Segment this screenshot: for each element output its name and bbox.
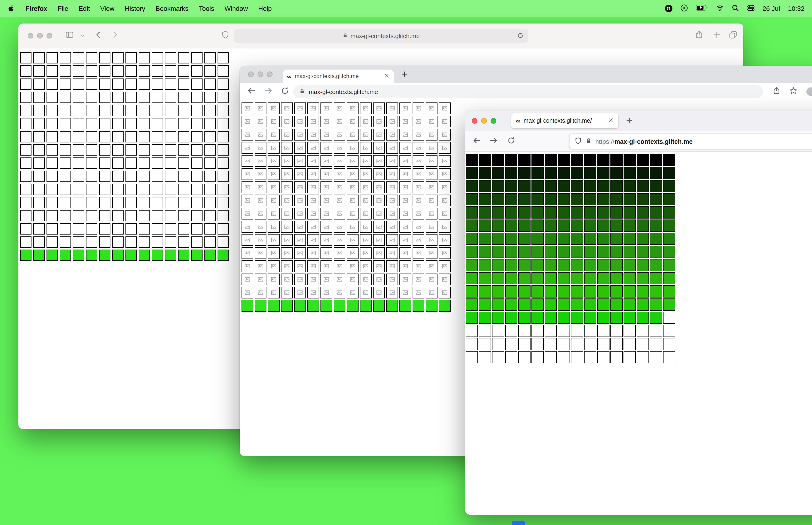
zoom-window-button[interactable] [47,33,52,39]
broken-image-icon [297,289,303,296]
forward-button[interactable] [490,136,497,146]
broken-image-icon [363,158,369,164]
webgl-canvas-cell [545,312,557,324]
webgl-canvas-cell [294,142,306,154]
close-tab-icon[interactable] [608,117,614,124]
broken-image-icon [323,250,330,256]
broken-image-icon [323,197,330,204]
menu-edit[interactable]: Edit [79,5,90,12]
webgl-canvas-cell [624,154,636,166]
menu-view[interactable]: View [100,5,114,12]
minimize-window-button[interactable] [481,118,487,124]
menubar-app-name[interactable]: Firefox [25,5,47,12]
chevron-down-icon[interactable] [80,31,85,40]
firefox-address-bar[interactable]: https://max-gl-contexts.glitch.me [569,134,812,149]
webgl-canvas-cell [321,195,332,206]
menu-tools[interactable]: Tools [199,5,214,12]
new-tab-icon[interactable] [626,117,633,126]
reload-icon[interactable] [517,32,523,40]
reload-icon[interactable] [281,87,289,96]
spotlight-search-icon[interactable] [731,4,739,13]
webgl-canvas-cell [637,259,649,271]
webgl-canvas-cell [413,300,424,312]
broken-image-icon [271,158,277,164]
menu-window[interactable]: Window [225,5,248,12]
forward-button[interactable] [264,87,273,97]
webgl-canvas-cell [439,116,451,127]
webgl-canvas-cell [532,180,544,192]
menubar-date[interactable]: 26 Jul [763,5,780,12]
privacy-shield-icon[interactable] [221,31,229,41]
back-button[interactable] [473,136,481,146]
broken-image-icon [336,197,342,204]
webgl-canvas-cell [597,232,610,245]
webgl-canvas-cell [242,287,253,298]
webgl-canvas-cell [413,208,424,220]
webgl-canvas-cell [152,105,163,116]
share-icon[interactable] [695,31,703,41]
webgl-canvas-cell [152,184,163,195]
webgl-canvas-cell [479,272,491,284]
webgl-canvas-cell [479,167,491,179]
webgl-canvas-cell [191,144,202,155]
lock-icon[interactable] [585,138,592,145]
zoom-window-button[interactable] [491,118,496,124]
webgl-canvas-cell [152,250,163,261]
broken-image-icon [244,118,250,124]
forward-button[interactable] [111,31,119,41]
webgl-canvas-cell [255,116,266,127]
webgl-canvas-cell [47,118,58,129]
webgl-canvas-cell [373,208,385,220]
close-window-button[interactable] [28,33,33,39]
tracking-protection-shield-icon[interactable] [575,137,582,146]
bookmark-star-icon[interactable] [790,87,797,96]
webgl-canvas-cell [650,206,662,219]
webgl-canvas-cell [204,65,216,77]
back-button[interactable] [94,31,102,41]
webgl-canvas-cell [86,52,97,63]
menu-bookmarks[interactable]: Bookmarks [155,5,188,12]
broken-image-icon [336,263,342,269]
chrome-address-bar[interactable]: max-gl-contexts.glitch.me [293,85,763,98]
menu-history[interactable]: History [125,5,145,12]
tab-overview-icon[interactable] [729,31,737,41]
broken-image-icon [323,237,330,243]
webgl-canvas-cell [242,247,253,259]
grammarly-icon[interactable]: G [665,5,672,12]
menubar-clock[interactable]: 10:32 [788,5,805,12]
zoom-window-button[interactable] [267,72,273,77]
menu-file[interactable]: File [58,5,68,12]
back-button[interactable] [247,87,256,97]
menu-help[interactable]: Help [258,5,272,12]
control-center-icon[interactable] [747,4,754,13]
webgl-canvas-cell [73,78,84,90]
wifi-icon[interactable] [716,4,723,13]
webgl-canvas-cell [73,223,84,235]
now-playing-icon[interactable] [680,4,688,13]
new-tab-icon[interactable] [401,71,408,79]
webgl-canvas-cell [268,195,280,206]
sidebar-icon[interactable] [65,31,74,41]
minimize-window-button[interactable] [258,72,263,77]
webgl-canvas-cell [47,144,58,155]
safari-address-bar[interactable]: max-gl-contexts.glitch.me [234,29,528,43]
firefox-active-tab[interactable]: ∞ max-gl-contexts.glitch.me/ [511,113,618,128]
webgl-canvas-cell [663,167,675,179]
webgl-canvas-cell [191,118,202,129]
close-window-button[interactable] [248,72,254,77]
apple-menu-icon[interactable] [7,5,15,12]
webgl-canvas-cell [650,338,662,350]
profile-avatar[interactable] [806,87,812,96]
webgl-canvas-cell [139,118,150,129]
new-tab-icon[interactable] [713,31,721,41]
webgl-canvas-cell [178,236,189,248]
webgl-canvas-cell [139,65,150,77]
minimize-window-button[interactable] [37,33,43,39]
reload-icon[interactable] [507,137,515,146]
webgl-canvas-cell [112,170,124,182]
chrome-active-tab[interactable]: ∞ max-gl-contexts.glitch.me [283,70,394,83]
share-icon[interactable] [772,87,781,96]
battery-icon[interactable] [696,5,708,12]
close-window-button[interactable] [472,118,477,124]
close-tab-icon[interactable] [384,73,389,80]
